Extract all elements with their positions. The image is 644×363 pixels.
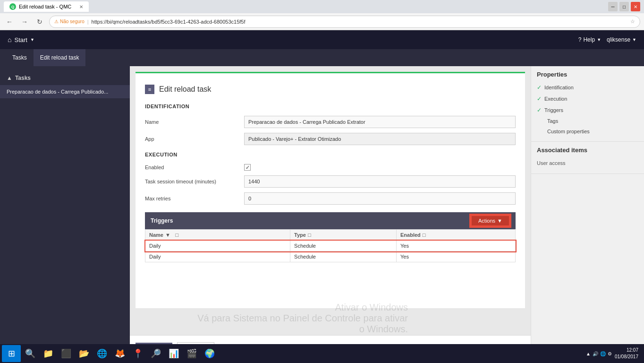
user-dropdown-icon: ▼ [632,37,636,42]
help-icon: ? [578,36,582,43]
taskbar-chrome-icon[interactable]: 🌐 [93,345,110,362]
associated-items-section: Associated items User access [531,142,644,174]
trigger-row-selected[interactable]: Daily Schedule Yes [145,241,516,251]
execution-title: EXECUTION [145,152,516,157]
app-input[interactable] [244,133,516,145]
taskbar-clock: 12:07 01/08/2017 [615,347,638,360]
app-logo[interactable]: ⌂ Start ▼ [8,36,34,43]
breadcrumb: Tasks Edit reload task [0,49,644,66]
trigger-row-1-name: Daily [145,241,290,251]
col-enabled-header[interactable]: Enabled □ [396,230,515,241]
right-panel: Properties ✓ Identification ✓ Execution … [531,66,644,363]
maxretries-input[interactable] [244,192,516,205]
name-input[interactable] [244,116,516,128]
taskbar-file-manager-icon[interactable]: 📁 [40,345,57,362]
properties-title: Properties [537,71,638,78]
sidebar-title: Tasks [15,75,31,81]
taskbar-explorer-icon[interactable]: 📂 [76,345,93,362]
triggers-header-row: Name ▼ □ Type □ [145,230,516,241]
reload-button[interactable]: ↻ [34,16,45,27]
sort-name-icon: ▼ [165,232,170,238]
taskbar-app5-icon[interactable]: 📊 [165,345,182,362]
check-execution: ✓ [537,95,542,102]
sort-type-icon: □ [308,232,311,238]
trigger-row-2-name: Daily [145,251,290,262]
taskbar-terminal-icon[interactable]: ⬛ [58,345,75,362]
enabled-label: Enabled [145,164,239,170]
back-button[interactable]: ← [4,16,15,27]
page-title-icon: ≡ [145,85,154,94]
start-button[interactable]: ⊞ [2,345,21,362]
help-label: Help [583,36,595,43]
maximize-button[interactable]: □ [619,2,629,11]
taskbar-zoom-icon[interactable]: 🔎 [147,345,164,362]
properties-section: Properties ✓ Identification ✓ Execution … [531,66,644,142]
actions-label: Actions [478,218,495,224]
sidebar-header: ▲ Tasks [0,71,130,85]
security-warning: ⚠ Não seguro [54,19,85,24]
taskbar-search-icon[interactable]: 🔍 [22,345,39,362]
enabled-checkbox[interactable] [244,164,251,171]
actions-button[interactable]: Actions ▼ [471,215,510,226]
triggers-title: Triggers [151,217,173,224]
maxretries-label: Max retries [145,196,239,201]
browser-tab[interactable]: Q Edit reload task - QMC ✕ [4,1,89,12]
tab-title: Edit reload task - QMC [19,4,71,9]
identification-section: IDENTIFICATION Name App [145,104,516,145]
trigger-row-1-enabled: Yes [396,241,515,251]
forward-button[interactable]: → [19,16,30,27]
associated-title: Associated items [537,147,638,154]
triggers-header: Triggers Actions ▼ [145,212,516,229]
app-label: App [145,136,239,142]
app-header: ⌂ Start ▼ ? Help ▼ qliksense ▼ [0,30,644,49]
triggers-section: Triggers Actions ▼ Name ▼ [145,212,516,262]
col-name-header[interactable]: Name ▼ □ [145,230,290,241]
taskbar-network-icon[interactable]: 🌍 [201,345,218,362]
minimize-button[interactable]: ─ [608,2,618,11]
prop-custom-properties[interactable]: Custom properties [537,126,638,137]
form-top-border [136,72,525,73]
taskbar-right: ▲ 🔊 🌐 ⚙ 12:07 01/08/2017 [586,347,642,360]
help-button[interactable]: ? Help ▼ [578,36,601,43]
sidebar-item-task[interactable]: Preparacao de dados - Carrega Publicado.… [0,85,130,98]
browser-titlebar: Q Edit reload task - QMC ✕ ─ □ ✕ [0,0,644,13]
col-type-header[interactable]: Type □ [290,230,397,241]
prop-execution[interactable]: ✓ Execution [537,93,638,104]
name-field-row: Name [145,116,516,128]
trigger-row-2-type: Schedule [290,251,397,262]
app-field-row: App [145,133,516,145]
user-button[interactable]: qliksense ▼ [607,36,636,43]
taskbar-maps-icon[interactable]: 📍 [129,345,146,362]
page-title: Edit reload task [159,85,211,94]
execution-section: EXECUTION Enabled Task session timeout (… [145,152,516,205]
identification-title: IDENTIFICATION [145,104,516,109]
name-label: Name [145,119,239,125]
prop-tags[interactable]: Tags [537,116,638,126]
prop-triggers[interactable]: ✓ Triggers [537,104,638,116]
tray-icon-3: ⚙ [608,351,612,356]
maxretries-field-row: Max retries [145,192,516,205]
sidebar-collapse-icon: ▲ [7,75,12,81]
associated-user-access[interactable]: User access [537,157,638,169]
window-controls: ─ □ ✕ [608,2,640,11]
prop-identification[interactable]: ✓ Identification [537,82,638,93]
timeout-input[interactable] [244,175,516,188]
start-label: Start [14,36,27,43]
trigger-row-2[interactable]: Daily Schedule Yes [145,251,516,262]
home-icon: ⌂ [8,36,11,43]
app-header-right: ? Help ▼ qliksense ▼ [578,36,636,43]
breadcrumb-tasks[interactable]: Tasks [6,49,34,66]
sidebar: ▲ Tasks Preparacao de dados - Carrega Pu… [0,66,130,363]
main-layout: ▲ Tasks Preparacao de dados - Carrega Pu… [0,66,644,363]
bookmark-icon[interactable]: ☆ [630,18,635,25]
taskbar-firefox-icon[interactable]: 🦊 [111,345,128,362]
taskbar-media-icon[interactable]: 🎬 [183,345,200,362]
trigger-row-2-enabled: Yes [396,251,515,262]
taskbar-date: 01/08/2017 [615,354,638,360]
address-input[interactable]: ⚠ Não seguro | https://bi/qmc/reloadtask… [49,16,640,28]
breadcrumb-edit-reload-task[interactable]: Edit reload task [34,49,86,66]
close-button[interactable]: ✕ [631,2,640,11]
form-panel: ≡ Edit reload task IDENTIFICATION Name A… [136,72,525,308]
tab-close-button[interactable]: ✕ [79,4,83,9]
taskbar: ⊞ 🔍 📁 ⬛ 📂 🌐 🦊 📍 🔎 📊 🎬 🌍 ▲ 🔊 🌐 ⚙ 12:07 01… [0,344,644,363]
